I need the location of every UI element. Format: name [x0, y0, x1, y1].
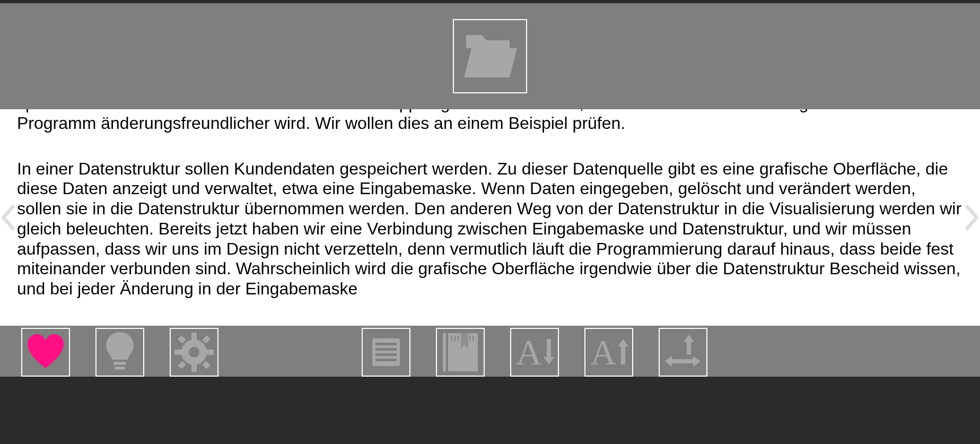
svg-rect-10	[202, 361, 211, 369]
next-page-button[interactable]	[964, 109, 980, 326]
bookmark-icon	[442, 331, 479, 373]
svg-rect-6	[206, 350, 214, 355]
svg-rect-3	[191, 333, 197, 340]
page-text-container[interactable]: später noch verändert werden können. Die…	[16, 109, 964, 326]
chevron-right-icon	[965, 204, 979, 231]
bottom-toolbar: A A	[0, 326, 980, 377]
svg-rect-19	[451, 336, 452, 341]
bookmark-button[interactable]	[436, 328, 485, 377]
svg-rect-22	[469, 336, 470, 341]
svg-rect-23	[472, 336, 474, 341]
svg-rect-12	[372, 338, 400, 366]
svg-rect-9	[178, 361, 186, 369]
svg-rect-1	[115, 367, 125, 370]
lines-icon	[369, 335, 403, 369]
folder-open-icon	[461, 30, 519, 83]
chevron-left-icon	[1, 204, 15, 231]
font-increase-icon: A	[588, 332, 629, 373]
favorite-button[interactable]	[21, 328, 70, 377]
svg-rect-15	[375, 353, 397, 356]
svg-rect-5	[174, 350, 182, 355]
top-toolbar	[0, 3, 980, 109]
gear-icon	[173, 332, 215, 373]
content-area: später noch verändert werden können. Die…	[0, 109, 980, 326]
svg-rect-13	[375, 343, 397, 345]
svg-rect-14	[375, 348, 397, 351]
reader-viewport: später noch verändert werden können. Die…	[0, 0, 980, 444]
svg-rect-7	[178, 335, 186, 344]
paragraph-2: In einer Datenstruktur sollen Kundendate…	[17, 159, 963, 299]
toc-button[interactable]	[362, 328, 410, 377]
move-arrows-icon	[662, 332, 704, 373]
lightbulb-icon	[104, 331, 136, 373]
svg-point-11	[189, 347, 199, 358]
svg-rect-8	[202, 335, 211, 344]
svg-rect-16	[375, 359, 397, 361]
heart-icon	[27, 333, 65, 371]
svg-rect-21	[458, 336, 459, 341]
tip-button[interactable]	[95, 328, 144, 377]
svg-rect-0	[113, 362, 126, 365]
svg-rect-18	[446, 333, 448, 371]
open-button[interactable]	[453, 19, 527, 93]
svg-rect-20	[454, 336, 456, 341]
font-increase-button[interactable]: A	[584, 328, 633, 377]
prev-page-button[interactable]	[0, 109, 16, 326]
paragraph-1: später noch verändert werden können. Die…	[17, 109, 963, 134]
font-decrease-icon: A	[514, 332, 555, 373]
svg-text:A: A	[516, 332, 542, 372]
font-decrease-button[interactable]: A	[510, 328, 559, 377]
svg-rect-4	[191, 364, 197, 372]
settings-button[interactable]	[170, 328, 218, 377]
fit-button[interactable]	[659, 328, 707, 377]
svg-text:A: A	[590, 332, 616, 372]
page-text: später noch verändert werden können. Die…	[16, 109, 964, 299]
